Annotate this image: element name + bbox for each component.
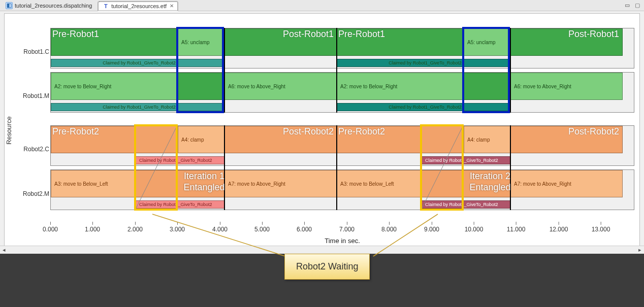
task-bar[interactable]: A4: clamp [178,126,224,153]
claim-bar[interactable]: Claimed by Robot1_GiveTo_Robot2 [337,59,510,67]
x-axis-label: Time in sec. [325,237,360,245]
minimize-icon[interactable]: ▭ [625,2,630,9]
x-tick: 10.000 [465,226,484,233]
task-bar[interactable] [464,73,510,100]
gantt-chart: Resource Robot1.C Robot1.M Robot2.C Robo… [4,13,640,248]
phase-divider [510,28,511,113]
x-tick: 2.000 [127,226,143,233]
claim-bar[interactable]: Claimed by Robot1_GiveTo_Robot2 [422,156,510,164]
scroll-right-icon[interactable]: ▸ [636,246,644,254]
task-bar[interactable]: A4: clamp [464,126,510,153]
x-tick: 5.000 [254,226,270,233]
maximize-icon[interactable]: ▢ [635,2,640,9]
task-bar[interactable]: A3: move to Below_Left [51,170,136,197]
tab-etf[interactable]: T tutorial_2resources.etf ✕ [98,1,178,11]
tab-label: tutorial_2resources.etf [111,3,167,9]
claim-bar[interactable]: Claimed by Robot1_GiveTo_Robot2 [422,200,510,209]
claim-bar[interactable]: Claimed by Robot1_GiveTo_Robot2 [337,103,510,111]
scroll-track[interactable] [8,246,636,254]
tab-dispatching[interactable]: ◧ tutorial_2resources.dispatching [1,1,96,11]
file-icon: ◧ [6,2,13,9]
phase-divider [510,125,511,210]
phase-divider [224,125,225,210]
task-bar[interactable]: A7: move to Above_Right [224,170,337,197]
x-tick: 6.000 [297,226,312,233]
editor-tabbar: ◧ tutorial_2resources.dispatching T tuto… [0,0,644,11]
task-bar[interactable]: A5: unclamp [178,28,224,56]
tab-label: tutorial_2resources.dispatching [15,3,92,9]
callout-robot2-waiting: Robot2 Waiting [284,254,370,280]
row-robot1m: A2: move to Below_Right A6: move to Abov… [50,72,634,113]
task-bar[interactable] [178,73,224,100]
phase-label: Post-Robot2 [568,126,619,137]
x-axis: 0.000 1.000 2.000 3.000 4.000 5.000 6.00… [50,226,634,246]
row-robot2m: A3: move to Below_Left A7: move to Above… [50,169,634,210]
view-controls: ▭ ▢ [625,2,643,9]
claim-bar[interactable]: Claimed by Robot1_GiveTo_Robot2 [136,200,224,209]
task-bar[interactable]: A5: unclamp [464,28,510,56]
x-tick: 9.000 [424,226,439,233]
x-tick: 8.000 [381,226,397,233]
row-label: Robot2.M [20,190,49,197]
close-icon[interactable]: ✕ [170,3,174,9]
phase-label: Pre-Robot2 [52,126,99,137]
callout-text: Robot2 Waiting [296,261,358,271]
phase-label: Post-Robot2 [283,126,334,137]
phase-label: Post-Robot1 [568,29,619,40]
task-bar[interactable]: A6: move to Above_Right [224,73,337,100]
row-label: Robot1.C [20,48,49,55]
x-tick: 13.000 [592,226,610,233]
phase-divider [336,125,337,210]
row-label: Robot1.M [20,92,49,99]
x-tick: 4.000 [212,226,228,233]
entangled-label: Iteration 1 Entangled [179,171,230,193]
task-bar[interactable]: A2: move to Below_Right [51,73,178,100]
gantt-body[interactable]: A5: unclamp A5: unclamp Claimed by Robot… [50,19,634,222]
phase-label: Pre-Robot2 [338,126,385,137]
claim-bar[interactable]: Claimed by Robot1_GiveTo_Robot2 [51,103,224,111]
phase-label: Post-Robot1 [283,29,334,40]
y-axis-label: Resource [5,116,13,145]
scroll-left-icon[interactable]: ◂ [0,246,8,254]
claim-bar[interactable]: Claimed by Robot1_GiveTo_Robot2 [51,59,224,67]
task-bar[interactable]: A3: move to Below_Left [337,170,422,197]
task-bar[interactable]: A2: move to Below_Right [337,73,464,100]
phase-divider [336,28,337,113]
phase-label: Pre-Robot1 [52,29,99,40]
task-bar[interactable]: A7: move to Above_Right [510,170,623,197]
editor-pane: ◧ tutorial_2resources.dispatching T tuto… [0,0,644,254]
task-bar[interactable]: A6: move to Above_Right [510,73,623,100]
claim-bar[interactable]: Claimed by Robot1_GiveTo_Robot2 [136,156,224,164]
x-tick: 11.000 [507,226,526,233]
x-tick: 7.000 [339,226,355,233]
row-label: Robot2.C [20,146,49,153]
t-file-icon: T [102,3,109,10]
x-tick: 0.000 [43,226,58,233]
phase-divider [224,28,225,113]
x-tick: 12.000 [550,226,568,233]
entangled-label: Iteration 2 Entangled [465,171,516,193]
x-tick: 1.000 [85,226,100,233]
x-tick: 3.000 [170,226,185,233]
horizontal-scrollbar[interactable]: ◂ ▸ [0,246,644,254]
phase-label: Pre-Robot1 [338,29,385,40]
